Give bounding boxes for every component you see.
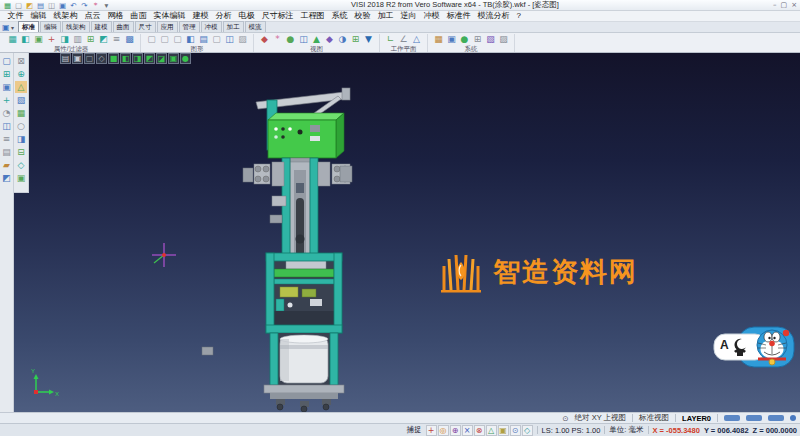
dock-icon[interactable]: ◔: [1, 107, 13, 119]
ribbon-icon[interactable]: ▦: [7, 34, 18, 45]
snap-toggle[interactable]: ◎: [438, 425, 449, 436]
menu-item[interactable]: 分析: [212, 11, 235, 21]
menu-item[interactable]: 实体编辑: [150, 11, 189, 21]
ribbon-icon[interactable]: ◆: [259, 34, 270, 45]
ribbon-icon[interactable]: ▼: [363, 34, 374, 45]
ribbon-icon[interactable]: ◆: [324, 34, 335, 45]
ribbon-icon[interactable]: ◧: [185, 34, 196, 45]
quickbar-icon[interactable]: ◫: [47, 1, 56, 10]
dock-icon[interactable]: ≡: [1, 133, 13, 145]
status-quick-button[interactable]: [768, 415, 784, 421]
ribbon-icon[interactable]: ⊞: [85, 34, 96, 45]
quickbar-icon[interactable]: ▣: [58, 1, 67, 10]
ribbon-tab[interactable]: 建模: [91, 21, 112, 32]
menu-item[interactable]: 冲模: [420, 11, 443, 21]
menu-item[interactable]: 网格: [104, 11, 127, 21]
menu-item[interactable]: 建模: [189, 11, 212, 21]
menu-item[interactable]: 加工: [374, 11, 397, 21]
menu-item[interactable]: 校验: [351, 11, 374, 21]
quickbar-icon[interactable]: ▢: [14, 1, 23, 10]
viewport-canvas[interactable]: ⊠⊕△▧▦○◨⊟◇▣ ▤▣▢◇■◧◨◩◪▣●: [14, 53, 800, 412]
status-quick-button[interactable]: [746, 415, 762, 421]
ribbon-icon[interactable]: ◫: [224, 34, 235, 45]
menu-item[interactable]: 尺寸标注: [258, 11, 297, 21]
ime-widget[interactable]: A: [712, 321, 796, 377]
ribbon-icon[interactable]: ◩: [98, 34, 109, 45]
menu-item[interactable]: 模流分析: [474, 11, 513, 21]
menu-item[interactable]: 逆向: [397, 11, 420, 21]
ribbon-icon[interactable]: ∟: [385, 34, 396, 45]
dock-icon[interactable]: ◩: [1, 172, 13, 184]
ribbon-icon[interactable]: ◧: [20, 34, 31, 45]
ribbon-icon[interactable]: *: [272, 34, 283, 45]
menu-item[interactable]: ?: [513, 11, 524, 21]
snap-toggle[interactable]: ⊕: [450, 425, 461, 436]
quickbar-icon[interactable]: ↶: [69, 1, 78, 10]
quickbar-icon[interactable]: ▤: [36, 1, 45, 10]
dock-icon[interactable]: ▰: [1, 159, 13, 171]
ribbon-icon[interactable]: ∠: [398, 34, 409, 45]
ribbon-icon[interactable]: ▲: [311, 34, 322, 45]
snap-toggle[interactable]: ×: [462, 425, 473, 436]
quickbar-icon[interactable]: *: [91, 1, 100, 10]
units-status[interactable]: 单位: 毫米: [609, 425, 643, 435]
ribbon-icon[interactable]: ⊞: [472, 34, 483, 45]
ribbon-tab[interactable]: 模流: [245, 21, 266, 32]
ribbon-menu-icon[interactable]: ▣: [2, 23, 11, 32]
ribbon-icon[interactable]: ◫: [298, 34, 309, 45]
menu-item[interactable]: 点云: [81, 11, 104, 21]
window-control-button[interactable]: –: [773, 1, 777, 10]
menu-item[interactable]: 文件: [4, 11, 27, 21]
dock-icon[interactable]: ◫: [1, 120, 13, 132]
window-control-button[interactable]: ▢: [781, 1, 788, 10]
quickbar-icon[interactable]: ▾: [102, 1, 111, 10]
menu-item[interactable]: 曲面: [127, 11, 150, 21]
ribbon-tab[interactable]: 标准: [18, 21, 39, 32]
quickbar-icon[interactable]: ▦: [3, 1, 12, 10]
ribbon-icon[interactable]: ▩: [124, 34, 135, 45]
ribbon-icon[interactable]: ▣: [446, 34, 457, 45]
dock-icon[interactable]: ▤: [1, 146, 13, 158]
dock-icon[interactable]: ▣: [1, 81, 13, 93]
menu-item[interactable]: 工程图: [297, 11, 328, 21]
ribbon-icon[interactable]: △: [411, 34, 422, 45]
ribbon-icon[interactable]: ⊞: [350, 34, 361, 45]
ribbon-tab[interactable]: 编辑: [40, 21, 61, 32]
snap-toggle[interactable]: ⊙: [510, 425, 521, 436]
ribbon-icon[interactable]: ◑: [337, 34, 348, 45]
snap-toggle[interactable]: △: [486, 425, 497, 436]
ribbon-icon[interactable]: ▧: [485, 34, 496, 45]
snap-toggle[interactable]: ▣: [498, 425, 509, 436]
quickbar-icon[interactable]: ◩: [25, 1, 34, 10]
ribbon-icon[interactable]: ●: [459, 34, 470, 45]
ribbon-icon[interactable]: ▢: [172, 34, 183, 45]
ribbon-icon[interactable]: ▨: [498, 34, 509, 45]
menu-item[interactable]: 标准件: [443, 11, 474, 21]
workplane-status[interactable]: 绝对 XY 上视图: [575, 413, 627, 423]
ribbon-icon[interactable]: ≡: [111, 34, 122, 45]
ribbon-icon[interactable]: ●: [285, 34, 296, 45]
ribbon-tab[interactable]: 尺寸: [135, 21, 156, 32]
menu-item[interactable]: 电极: [235, 11, 258, 21]
dock-icon[interactable]: +: [1, 94, 13, 106]
snap-toggle[interactable]: +: [426, 425, 437, 436]
ribbon-icon[interactable]: ▦: [433, 34, 444, 45]
menu-item[interactable]: 编辑: [27, 11, 50, 21]
dock-icon[interactable]: ▢: [1, 55, 13, 67]
view-status[interactable]: 标准视图: [639, 413, 669, 423]
chevron-down-icon[interactable]: ▾: [11, 23, 18, 32]
ribbon-icon[interactable]: ▢: [159, 34, 170, 45]
ribbon-icon[interactable]: ▨: [237, 34, 248, 45]
dock-icon[interactable]: ⊞: [1, 68, 13, 80]
window-control-button[interactable]: ×: [791, 1, 797, 10]
ribbon-tab[interactable]: 应用: [157, 21, 178, 32]
layer-status[interactable]: LAYER0: [682, 414, 711, 423]
menu-item[interactable]: 线架构: [50, 11, 81, 21]
quickbar-icon[interactable]: ↷: [80, 1, 89, 10]
ribbon-tab[interactable]: 线架构: [62, 21, 90, 32]
ribbon-tab[interactable]: 加工: [223, 21, 244, 32]
ribbon-tab[interactable]: 曲面: [113, 21, 134, 32]
ribbon-tab[interactable]: 冲模: [201, 21, 222, 32]
menu-item[interactable]: 系统: [328, 11, 351, 21]
ribbon-icon[interactable]: ▥: [72, 34, 83, 45]
